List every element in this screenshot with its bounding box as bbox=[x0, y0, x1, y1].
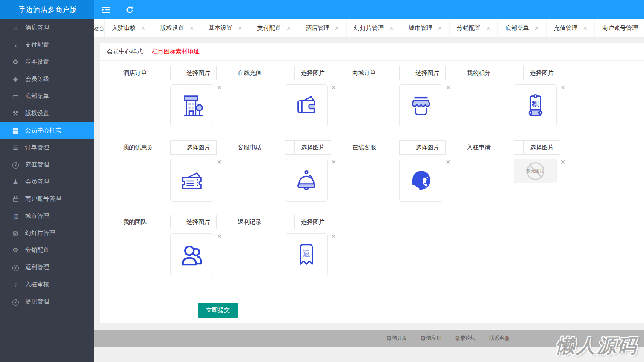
tab-payment-config[interactable]: 支付配置 bbox=[250, 19, 298, 37]
city-icon: ▯▯ bbox=[11, 213, 20, 219]
sidebar-item-entry-review[interactable]: ♀入驻审核 bbox=[0, 276, 94, 293]
sidebar-item-city-management[interactable]: ▯▯城市管理 bbox=[0, 208, 94, 225]
field-mall-order: 商城订单 选择图片 bbox=[352, 66, 467, 127]
footer-link-weiqing-forum[interactable]: 微擎论坛 bbox=[455, 335, 476, 342]
image-preview bbox=[170, 233, 213, 276]
sidebar-item-order-management[interactable]: ≣订单管理 bbox=[0, 139, 94, 156]
bell-icon bbox=[293, 167, 320, 193]
choose-image-button[interactable]: 选择图片 bbox=[295, 66, 331, 80]
tab-hotel-management[interactable]: 酒店管理 bbox=[298, 19, 347, 37]
image-path-input[interactable] bbox=[170, 66, 180, 80]
image-path-input[interactable] bbox=[399, 140, 409, 155]
sidebar-item-withdrawal-management[interactable]: ¥提现管理 bbox=[0, 293, 94, 310]
footer-link-wechat-dev[interactable]: 微信开发 bbox=[387, 335, 407, 342]
app-title[interactable]: 手边酒店多商户版 bbox=[0, 0, 94, 19]
gem-icon: ◈ bbox=[11, 75, 20, 83]
close-icon[interactable] bbox=[438, 25, 442, 32]
tab-entry-review[interactable]: 入驻审核 bbox=[105, 19, 153, 37]
no-image-placeholder: 暂无图片 bbox=[514, 159, 557, 183]
footer-link-contact-service[interactable]: 联系客服 bbox=[489, 335, 510, 342]
sidebar-item-copyright-settings[interactable]: ⚒版权设置 bbox=[0, 105, 94, 122]
tabs-scroll-left-icon[interactable] bbox=[94, 19, 99, 37]
image-path-input[interactable] bbox=[514, 140, 524, 155]
close-icon[interactable] bbox=[486, 25, 490, 32]
field-label: 入驻申请 bbox=[467, 144, 514, 151]
tab-basic-settings[interactable]: 基本设置 bbox=[201, 19, 250, 37]
remove-image-icon[interactable] bbox=[331, 159, 336, 165]
footer-link-wechat-app[interactable]: 微信应用 bbox=[421, 335, 441, 342]
field-my-points: 我的积分 选择图片 积 bbox=[467, 66, 581, 127]
close-icon[interactable] bbox=[287, 25, 291, 32]
image-path-input[interactable] bbox=[170, 215, 180, 229]
sidebar-item-distribution-config[interactable]: ⚙分销配置 bbox=[0, 242, 94, 259]
image-path-input[interactable] bbox=[285, 66, 295, 80]
field-online-service: 在线客服 选择图片 bbox=[352, 140, 467, 202]
tab-bottom-menu[interactable]: 底部菜单 bbox=[498, 19, 546, 37]
svg-text:返: 返 bbox=[302, 249, 310, 258]
yen-circle-icon: ¥ bbox=[11, 298, 20, 306]
close-icon[interactable] bbox=[535, 25, 538, 32]
collapse-menu-icon[interactable] bbox=[94, 0, 118, 19]
close-icon[interactable] bbox=[583, 25, 587, 32]
choose-image-button[interactable]: 选择图片 bbox=[180, 66, 217, 80]
image-path-input[interactable] bbox=[170, 140, 180, 155]
points-ticket-icon: 积 bbox=[522, 92, 549, 119]
field-label: 客服电话 bbox=[238, 144, 285, 151]
field-label: 我的优惠券 bbox=[123, 144, 170, 151]
sidebar-item-rebate-management[interactable]: ¥返利管理 bbox=[0, 259, 94, 276]
remove-image-icon[interactable] bbox=[445, 159, 451, 165]
close-icon[interactable] bbox=[190, 25, 194, 32]
sidebar-item-basic-settings[interactable]: ⚙基本设置 bbox=[0, 53, 94, 71]
tab-merchant-account[interactable]: 商户账号管理 bbox=[595, 19, 644, 37]
icon-material-link[interactable]: 栏目图标素材地址 bbox=[152, 48, 200, 55]
tab-home-icon[interactable] bbox=[99, 19, 104, 37]
choose-image-button[interactable]: 选择图片 bbox=[524, 140, 560, 155]
tab-slideshow-management[interactable]: 幻灯片管理 bbox=[347, 19, 401, 37]
remove-image-icon[interactable] bbox=[216, 84, 222, 91]
tab-copyright-settings[interactable]: 版权设置 bbox=[153, 19, 201, 37]
field-online-recharge: 在线充值 选择图片 bbox=[238, 66, 352, 127]
sidebar-item-member-center-style[interactable]: ▤会员中心样式 bbox=[0, 122, 94, 139]
image-path-input[interactable] bbox=[399, 66, 409, 80]
sidebar-item-payment-config[interactable]: ♀支付配置 bbox=[0, 36, 94, 53]
choose-image-button[interactable]: 选择图片 bbox=[295, 215, 331, 229]
image-preview bbox=[170, 84, 213, 127]
sidebar-item-merchant-account[interactable]: 商户账号管理 bbox=[0, 190, 94, 208]
sidebar-item-member-management[interactable]: ♟会员管理 bbox=[0, 173, 94, 190]
choose-image-button[interactable]: 选择图片 bbox=[409, 66, 446, 80]
remove-image-icon[interactable] bbox=[331, 84, 336, 91]
choose-image-button[interactable]: 选择图片 bbox=[409, 140, 446, 155]
tab-distribution-config[interactable]: 分销配置 bbox=[450, 19, 498, 37]
close-icon[interactable] bbox=[335, 25, 339, 32]
choose-image-button[interactable]: 选择图片 bbox=[180, 215, 217, 229]
image-path-input[interactable] bbox=[285, 215, 295, 229]
submit-button[interactable]: 立即提交 bbox=[198, 303, 238, 318]
image-preview bbox=[285, 159, 328, 202]
image-preview: 积 bbox=[514, 84, 557, 127]
image-path-input[interactable] bbox=[514, 66, 524, 80]
sidebar-item-member-level[interactable]: ◈会员等级 bbox=[0, 71, 94, 88]
close-icon[interactable] bbox=[389, 25, 393, 32]
sidebar-item-slideshow-management[interactable]: ▧幻灯片管理 bbox=[0, 225, 94, 242]
close-icon[interactable] bbox=[141, 25, 145, 32]
image-path-input[interactable] bbox=[285, 140, 295, 155]
refresh-icon[interactable] bbox=[118, 0, 142, 19]
remove-image-icon[interactable] bbox=[560, 159, 565, 165]
books-icon: ▤ bbox=[11, 127, 20, 134]
remove-image-icon[interactable] bbox=[216, 233, 222, 240]
remove-image-icon[interactable] bbox=[560, 84, 565, 91]
sidebar-item-recharge-management[interactable]: ¥充值管理 bbox=[0, 156, 94, 173]
tab-recharge-management[interactable]: 充值管理 bbox=[547, 19, 595, 37]
close-icon[interactable] bbox=[238, 25, 242, 32]
remove-image-icon[interactable] bbox=[331, 233, 336, 240]
sidebar-item-hotel-management[interactable]: ⌂酒店管理 bbox=[0, 19, 94, 36]
image-preview bbox=[170, 159, 213, 202]
sidebar-item-bottom-menu[interactable]: ▭底部菜单 bbox=[0, 88, 94, 105]
tab-city-management[interactable]: 城市管理 bbox=[401, 19, 450, 37]
choose-image-button[interactable]: 选择图片 bbox=[180, 140, 217, 155]
choose-image-button[interactable]: 选择图片 bbox=[295, 140, 331, 155]
choose-image-button[interactable]: 选择图片 bbox=[524, 66, 560, 80]
remove-image-icon[interactable] bbox=[445, 84, 451, 91]
remove-image-icon[interactable] bbox=[216, 159, 222, 165]
field-my-coupons: 我的优惠券 选择图片 bbox=[123, 140, 238, 202]
